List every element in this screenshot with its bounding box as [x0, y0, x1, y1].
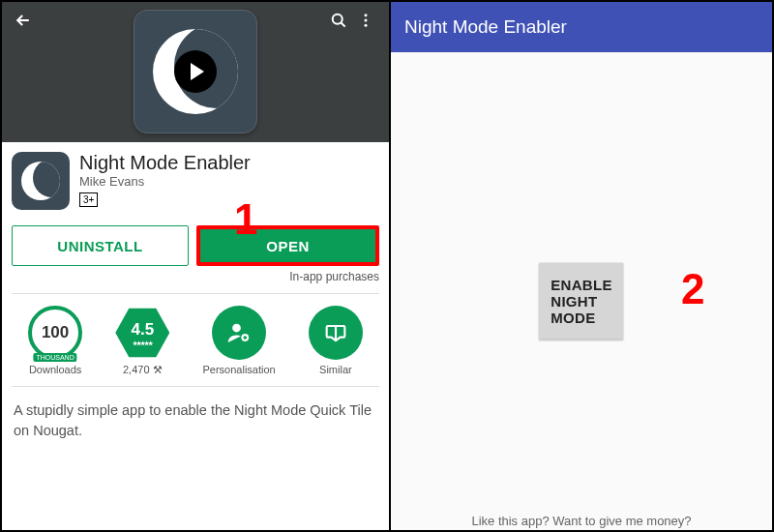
play-video-icon[interactable] [174, 50, 217, 93]
rating-stars-icon: ★★★★★ [133, 340, 152, 346]
svg-point-4 [232, 324, 241, 333]
hero-banner [2, 2, 389, 142]
app-title: Night Mode Enabler [79, 152, 251, 174]
stat-category[interactable]: Personalisation [202, 306, 275, 376]
divider [12, 293, 379, 294]
enable-night-mode-button[interactable]: ENABLE NIGHT MODE [539, 263, 623, 340]
svg-point-0 [333, 15, 342, 24]
similar-label: Similar [319, 364, 352, 375]
category-label: Personalisation [202, 364, 275, 375]
uninstall-button[interactable]: UNINSTALL [12, 225, 189, 266]
downloads-unit: THOUSAND [33, 353, 76, 362]
more-icon[interactable] [352, 7, 379, 34]
footer-text: Like this app? Want to give me money? [391, 514, 772, 528]
appbar: Night Mode Enabler [391, 2, 772, 52]
downloads-label: Downloads [29, 364, 81, 375]
app-description: A stupidly simple app to enable the Nigh… [14, 400, 377, 441]
rating-value: 4.5 [131, 320, 154, 340]
svg-point-2 [365, 19, 368, 22]
appbar-title: Night Mode Enabler [404, 16, 567, 38]
iap-label: In-app purchases [12, 270, 379, 283]
app-icon-large[interactable] [134, 10, 257, 133]
search-icon[interactable] [325, 7, 352, 34]
developer-name[interactable]: Mike Evans [79, 174, 251, 189]
stat-downloads[interactable]: 100 THOUSAND Downloads [28, 306, 82, 376]
downloads-value: 100 [42, 323, 69, 342]
age-rating-badge: 3+ [79, 192, 98, 207]
stat-similar[interactable]: Similar [309, 306, 363, 376]
stat-rating[interactable]: 4.5 ★★★★★ 2,470 ⚒ [115, 306, 169, 376]
back-icon[interactable] [12, 9, 35, 32]
similar-icon [309, 306, 363, 360]
person-gear-icon [212, 306, 266, 360]
annotation-1: 1 [234, 195, 257, 244]
divider [12, 386, 379, 387]
svg-point-1 [365, 14, 368, 16]
svg-point-5 [243, 335, 249, 340]
rating-count: 2,470 [123, 364, 150, 375]
open-button[interactable]: OPEN [196, 225, 379, 266]
svg-point-3 [365, 24, 368, 27]
moon-icon [21, 162, 60, 200]
app-icon-small [12, 152, 70, 210]
annotation-2: 2 [681, 265, 704, 313]
